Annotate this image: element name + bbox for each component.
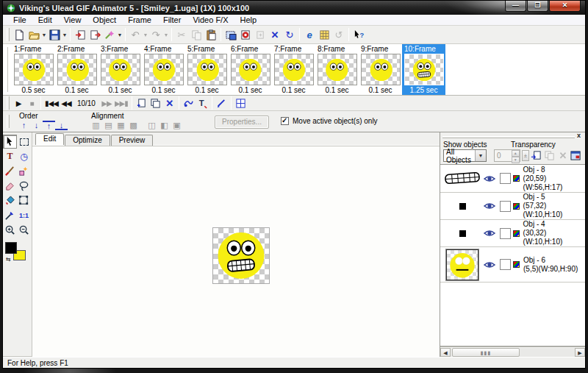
duplicate-frame-icon[interactable] — [148, 96, 162, 110]
frame-10-thumbnail[interactable] — [404, 54, 444, 85]
align-bottom-icon[interactable]: ▩ — [127, 120, 140, 131]
scroll-right-icon[interactable]: ▶ — [575, 348, 585, 357]
eyedropper-tool[interactable] — [4, 209, 16, 221]
frame-5[interactable]: 5:Frame 0.1 sec — [185, 44, 229, 95]
object-checkbox[interactable] — [500, 228, 511, 239]
frame-1-thumbnail[interactable] — [14, 54, 54, 85]
menu-object[interactable]: Object — [87, 15, 122, 25]
menu-file[interactable]: File — [7, 15, 32, 25]
add-banner-icon[interactable] — [223, 27, 238, 42]
text-tool[interactable]: T — [4, 150, 16, 163]
import-icon[interactable] — [73, 27, 87, 42]
frame-7[interactable]: 7:Frame 0.1 sec — [272, 44, 315, 95]
object-checkbox[interactable] — [500, 173, 511, 184]
delete-icon[interactable]: ✕ — [268, 27, 282, 42]
frame-8-thumbnail[interactable] — [318, 54, 357, 85]
preview-in-browser-icon[interactable]: e — [302, 27, 317, 42]
new-icon[interactable] — [12, 27, 26, 42]
undo-icon[interactable]: ↶ — [128, 27, 143, 42]
panel-close-icon[interactable]: x — [575, 132, 583, 140]
transparency-spinner[interactable]: 0 ▲▼ — [494, 149, 520, 162]
frame-3-thumbnail[interactable] — [101, 54, 140, 85]
frame-7-thumbnail[interactable] — [274, 54, 314, 85]
object-row-obj-6[interactable]: Obj - 6 (5,5)(W:90,H:90) — [440, 247, 585, 283]
frame-10[interactable]: 10:Frame 1.25 sec — [402, 44, 445, 95]
duplicate-icon[interactable] — [253, 27, 268, 42]
frame-2-thumbnail[interactable] — [57, 54, 97, 85]
pick-tool[interactable] — [4, 135, 16, 148]
object-checkbox[interactable] — [500, 201, 511, 212]
move-up-icon[interactable]: ↑ — [18, 120, 30, 131]
align-right-icon[interactable]: ▤ — [102, 120, 115, 131]
save-icon[interactable] — [47, 27, 62, 42]
tab-edit[interactable]: Edit — [35, 133, 64, 145]
redo-icon[interactable]: ↷ — [148, 27, 163, 42]
stop-icon[interactable]: ■ — [25, 96, 38, 110]
add-text-icon[interactable]: T — [196, 96, 209, 110]
menu-view[interactable]: View — [58, 15, 87, 25]
show-objects-dropdown[interactable]: All Objects ▼ — [443, 149, 487, 162]
spin-up-icon[interactable]: ▲ — [512, 150, 520, 157]
open-dropdown-icon[interactable]: ▼ — [41, 32, 47, 38]
delete-frame-icon[interactable]: ✕ — [162, 96, 176, 110]
toolbar-grip[interactable] — [7, 28, 10, 41]
transform-tool[interactable] — [18, 194, 30, 207]
frame-5-thumbnail[interactable] — [187, 54, 227, 85]
export-icon[interactable] — [87, 27, 102, 42]
cut-icon[interactable]: ✂ — [174, 27, 189, 42]
frame-grid-icon[interactable] — [234, 96, 248, 110]
magic-wand-tool[interactable] — [18, 165, 30, 177]
frame-8[interactable]: 8:Frame 0.1 sec — [315, 44, 359, 95]
optimize-icon[interactable] — [317, 27, 331, 42]
brush-tool[interactable] — [4, 165, 16, 177]
publish-icon[interactable]: ↺ — [331, 27, 346, 42]
menu-frame[interactable]: Frame — [122, 15, 157, 25]
menu-help[interactable]: Help — [234, 15, 263, 25]
align-top-icon[interactable]: ▦ — [115, 120, 127, 131]
dropdown-arrow-icon[interactable]: ▼ — [475, 150, 486, 161]
redo-dropdown-icon[interactable]: ▼ — [163, 32, 169, 38]
object-properties-icon[interactable] — [570, 149, 582, 162]
undo-dropdown-icon[interactable]: ▼ — [143, 32, 148, 38]
menu-videofx[interactable]: Video F/X — [187, 15, 234, 25]
add-frame-icon[interactable] — [135, 96, 148, 110]
panel-grip[interactable] — [442, 136, 575, 138]
visibility-eye-icon[interactable] — [481, 259, 498, 271]
copy-object-icon[interactable] — [544, 149, 556, 162]
menu-edit[interactable]: Edit — [32, 15, 58, 25]
wizard-dropdown-icon[interactable]: ▼ — [117, 32, 123, 38]
frame-3[interactable]: 3:Frame 0.1 sec — [98, 44, 142, 95]
fill-tool[interactable] — [4, 194, 16, 207]
frame-4[interactable]: 4:Frame 0.1 sec — [142, 44, 185, 95]
objects-horizontal-scrollbar[interactable]: ◀ ▮▮▮ ▶ — [440, 347, 585, 357]
wizard-icon[interactable] — [102, 27, 117, 42]
onion-skin-icon[interactable] — [215, 96, 229, 110]
lasso-tool[interactable] — [18, 180, 30, 192]
delete-object-icon[interactable]: ✕ — [557, 149, 569, 162]
visibility-eye-icon[interactable] — [481, 200, 498, 212]
move-to-bottom-icon[interactable]: ↓ — [55, 121, 68, 130]
foreground-color-swatch[interactable] — [5, 242, 17, 254]
maximize-button[interactable]: ❐ — [527, 1, 548, 12]
center-both-icon[interactable]: ▣ — [171, 120, 183, 131]
center-horizontal-icon[interactable]: ◫ — [146, 120, 158, 131]
frame-6[interactable]: 6:Frame 0.1 sec — [229, 44, 272, 95]
move-down-icon[interactable]: ↓ — [30, 120, 43, 131]
object-checkbox[interactable] — [500, 259, 511, 270]
save-dropdown-icon[interactable]: ▼ — [62, 32, 68, 38]
animation-canvas[interactable] — [212, 227, 270, 284]
align-left-icon[interactable]: ▥ — [90, 120, 102, 131]
rotate-icon[interactable]: ↻ — [282, 27, 297, 42]
object-row-obj-5[interactable]: Obj - 5 (57,32)(W:10,H:10) — [440, 193, 585, 220]
first-frame-icon[interactable]: ▮◀◀ — [43, 96, 60, 110]
visibility-eye-icon[interactable] — [481, 227, 498, 239]
properties-button[interactable]: Properties... — [215, 116, 269, 129]
minimize-button[interactable]: — — [505, 1, 526, 12]
copy-icon[interactable] — [189, 27, 204, 42]
spin-down-icon[interactable]: ▼ — [512, 157, 520, 163]
frame-9-thumbnail[interactable] — [361, 54, 401, 85]
object-row-obj-4[interactable]: Obj - 4 (30,32)(W:10,H:10) — [440, 220, 585, 247]
tab-preview[interactable]: Preview — [111, 135, 154, 146]
last-frame-icon[interactable]: ▶▶▮ — [113, 96, 129, 110]
title-bar[interactable]: Viking's Ulead GIF Animator 5 - [Smiley_… — [3, 1, 585, 15]
